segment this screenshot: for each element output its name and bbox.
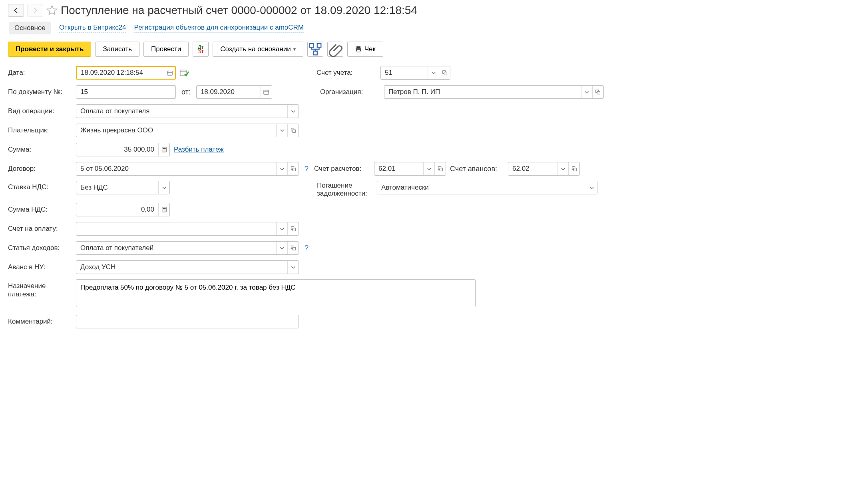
chevron-down-icon[interactable] <box>276 242 287 254</box>
account-field[interactable]: 51 <box>380 66 450 80</box>
printer-icon <box>355 46 362 53</box>
operation-type-field[interactable]: Оплата от покупателя <box>76 104 299 118</box>
create-based-on-button[interactable]: Создать на основании ▾ <box>213 42 303 57</box>
label-vat-rate: Ставка НДС: <box>8 181 72 191</box>
open-icon[interactable] <box>287 242 299 254</box>
sum-field[interactable]: 35 000,00 <box>76 143 170 156</box>
calendar-posted-icon[interactable] <box>180 68 189 77</box>
label-from: от: <box>180 88 192 96</box>
chevron-down-icon[interactable] <box>428 66 439 79</box>
advance-account-field[interactable]: 62.02 <box>508 162 580 176</box>
cheque-button[interactable]: Чек <box>347 42 383 57</box>
tab-amocrm[interactable]: Регистрация объектов для синхронизации с… <box>134 24 304 32</box>
favorite-star-icon[interactable] <box>46 5 58 16</box>
label-payer: Плательщик: <box>8 126 72 134</box>
label-contract: Договор: <box>8 165 72 173</box>
label-org: Организация: <box>320 88 380 96</box>
post-and-close-button[interactable]: Провести и закрыть <box>8 42 91 57</box>
label-account: Счет учета: <box>317 69 376 77</box>
label-op-type: Вид операции: <box>8 107 72 115</box>
label-vat-sum: Сумма НДС: <box>8 206 72 214</box>
label-advance-tax: Аванс в НУ: <box>8 263 72 271</box>
chevron-down-icon[interactable] <box>423 162 434 175</box>
date-field[interactable]: 18.09.2020 12:18:54 <box>76 66 176 80</box>
clip-icon <box>328 42 343 57</box>
chevron-down-icon[interactable] <box>586 181 597 194</box>
chevron-down-icon[interactable] <box>557 162 568 175</box>
income-item-field[interactable]: Оплата от покупателей <box>76 241 299 255</box>
vat-rate-field[interactable]: Без НДС <box>76 181 170 194</box>
vat-sum-field[interactable]: 0,00 <box>76 203 170 216</box>
label-debt-repay: Погашение задолженности: <box>317 181 373 198</box>
comment-field[interactable] <box>76 315 299 328</box>
dtkt-icon: ДтКт <box>198 45 203 53</box>
nav-back-button[interactable] <box>8 4 24 17</box>
label-income-item: Статья доходов: <box>8 244 72 252</box>
doc-date-field[interactable]: 18.09.2020 <box>196 85 272 99</box>
help-icon[interactable]: ? <box>303 244 310 252</box>
open-icon[interactable] <box>287 222 299 235</box>
chevron-down-icon[interactable] <box>581 86 592 98</box>
tree-icon <box>308 42 323 57</box>
chevron-down-icon[interactable] <box>287 105 299 118</box>
label-doc-no: По документу №: <box>8 88 72 96</box>
open-icon[interactable] <box>434 162 446 175</box>
split-payment-link[interactable]: Разбить платеж <box>174 146 224 154</box>
calendar-icon[interactable] <box>261 86 272 98</box>
tab-bitrix24[interactable]: Открыть в Битрикс24 <box>59 24 126 32</box>
chevron-down-icon[interactable] <box>287 261 299 274</box>
label-date: Дата: <box>8 69 72 77</box>
calendar-icon[interactable] <box>164 67 175 79</box>
advance-tax-field[interactable]: Доход УСН <box>76 260 299 274</box>
dtkt-button[interactable]: ДтКт <box>193 42 209 57</box>
chevron-down-icon[interactable] <box>276 222 287 235</box>
chevron-down-icon[interactable] <box>158 181 169 194</box>
invoice-field[interactable] <box>76 222 299 236</box>
debt-repay-field[interactable]: Автоматически <box>377 181 597 194</box>
settle-account-field[interactable]: 62.01 <box>374 162 446 176</box>
label-purpose: Назначение платежа: <box>8 279 72 299</box>
organization-field[interactable]: Петров П. П. ИП <box>384 85 604 99</box>
open-icon[interactable] <box>439 66 450 79</box>
doc-no-field[interactable] <box>76 85 176 99</box>
label-advance-account: Счет авансов: <box>450 165 504 173</box>
chevron-down-icon[interactable] <box>276 124 287 137</box>
open-icon[interactable] <box>287 124 299 137</box>
contract-field[interactable]: 5 от 05.06.2020 <box>76 162 299 176</box>
payer-field[interactable]: Жизнь прекрасна ООО <box>76 124 299 137</box>
calculator-icon[interactable] <box>158 203 169 216</box>
calculator-icon[interactable] <box>158 143 169 156</box>
label-sum: Сумма: <box>8 146 72 154</box>
open-icon[interactable] <box>287 162 299 175</box>
chevron-down-icon[interactable] <box>276 162 287 175</box>
label-settle-account: Счет расчетов: <box>314 165 370 173</box>
label-invoice: Счет на оплату: <box>8 225 72 233</box>
attachments-button[interactable] <box>327 42 343 57</box>
chevron-down-icon: ▾ <box>293 46 296 52</box>
open-icon[interactable] <box>592 86 603 98</box>
nav-forward-button <box>27 4 43 17</box>
tab-main[interactable]: Основное <box>9 22 51 34</box>
label-comment: Комментарий: <box>8 318 72 326</box>
page-title: Поступление на расчетный счет 0000-00000… <box>61 4 417 17</box>
post-button[interactable]: Провести <box>143 42 189 57</box>
purpose-textarea[interactable] <box>76 279 476 307</box>
save-button[interactable]: Записать <box>95 42 139 57</box>
structure-button[interactable] <box>307 42 323 57</box>
open-icon[interactable] <box>568 162 579 175</box>
help-icon[interactable]: ? <box>303 165 310 173</box>
